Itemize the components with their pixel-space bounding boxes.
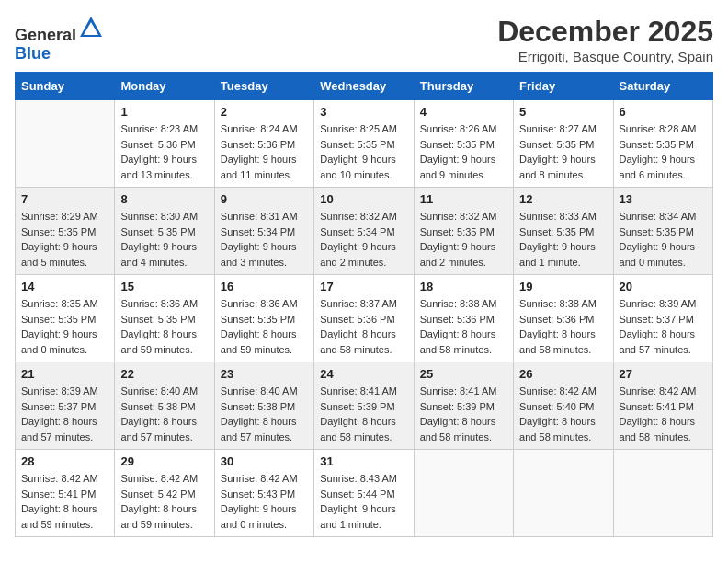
day-info: Sunrise: 8:42 AMSunset: 5:43 PMDaylight:…: [221, 471, 308, 532]
calendar-week-row: 7Sunrise: 8:29 AMSunset: 5:35 PMDaylight…: [16, 188, 713, 275]
day-number: 15: [120, 280, 208, 293]
calendar-cell: 17Sunrise: 8:37 AMSunset: 5:36 PMDayligh…: [314, 275, 414, 362]
logo-general-text: General: [15, 26, 76, 44]
day-info: Sunrise: 8:32 AMSunset: 5:35 PMDaylight:…: [420, 209, 507, 270]
header: General Blue December 2025 Errigoiti, Ba…: [15, 15, 713, 64]
calendar-cell: 21Sunrise: 8:39 AMSunset: 5:37 PMDayligh…: [16, 362, 115, 450]
calendar-cell: 18Sunrise: 8:38 AMSunset: 5:36 PMDayligh…: [414, 275, 513, 362]
calendar-cell: 31Sunrise: 8:43 AMSunset: 5:44 PMDayligh…: [314, 450, 414, 537]
calendar-week-row: 21Sunrise: 8:39 AMSunset: 5:37 PMDayligh…: [16, 362, 713, 450]
day-info: Sunrise: 8:42 AMSunset: 5:42 PMDaylight:…: [120, 471, 208, 532]
calendar-cell: 11Sunrise: 8:32 AMSunset: 5:35 PMDayligh…: [414, 188, 513, 275]
weekday-header: Friday: [514, 73, 613, 100]
calendar-cell: 6Sunrise: 8:28 AMSunset: 5:35 PMDaylight…: [613, 100, 712, 188]
calendar-cell: 13Sunrise: 8:34 AMSunset: 5:35 PMDayligh…: [613, 188, 712, 275]
day-info: Sunrise: 8:40 AMSunset: 5:38 PMDaylight:…: [221, 384, 308, 444]
weekday-header: Monday: [115, 73, 214, 100]
calendar: SundayMondayTuesdayWednesdayThursdayFrid…: [15, 72, 713, 537]
calendar-cell: 23Sunrise: 8:40 AMSunset: 5:38 PMDayligh…: [214, 362, 313, 450]
calendar-cell: 29Sunrise: 8:42 AMSunset: 5:42 PMDayligh…: [115, 450, 214, 537]
calendar-cell: 12Sunrise: 8:33 AMSunset: 5:35 PMDayligh…: [514, 188, 613, 275]
calendar-body: 1Sunrise: 8:23 AMSunset: 5:36 PMDaylight…: [16, 100, 713, 537]
calendar-cell: 22Sunrise: 8:40 AMSunset: 5:38 PMDayligh…: [115, 362, 214, 450]
calendar-cell: [16, 100, 115, 188]
logo-icon: [78, 15, 104, 40]
location-title: Errigoiti, Basque Country, Spain: [497, 49, 713, 64]
day-number: 30: [221, 454, 308, 468]
calendar-cell: 19Sunrise: 8:38 AMSunset: 5:36 PMDayligh…: [514, 275, 613, 362]
day-number: 16: [221, 280, 308, 293]
day-info: Sunrise: 8:39 AMSunset: 5:37 PMDaylight:…: [21, 384, 108, 444]
day-info: Sunrise: 8:39 AMSunset: 5:37 PMDaylight:…: [620, 296, 707, 357]
day-number: 6: [620, 105, 707, 119]
weekday-header: Saturday: [613, 73, 712, 100]
day-number: 14: [21, 280, 108, 293]
day-info: Sunrise: 8:33 AMSunset: 5:35 PMDaylight:…: [519, 209, 607, 270]
day-number: 18: [420, 280, 507, 293]
day-number: 9: [221, 192, 308, 206]
day-info: Sunrise: 8:24 AMSunset: 5:36 PMDaylight:…: [221, 121, 308, 182]
day-info: Sunrise: 8:42 AMSunset: 5:41 PMDaylight:…: [620, 384, 707, 444]
calendar-cell: 25Sunrise: 8:41 AMSunset: 5:39 PMDayligh…: [414, 362, 513, 450]
day-number: 21: [21, 367, 108, 381]
day-info: Sunrise: 8:37 AMSunset: 5:36 PMDaylight:…: [320, 296, 407, 357]
weekday-header: Sunday: [16, 73, 115, 100]
day-info: Sunrise: 8:32 AMSunset: 5:34 PMDaylight:…: [320, 209, 407, 270]
calendar-cell: 7Sunrise: 8:29 AMSunset: 5:35 PMDaylight…: [16, 188, 115, 275]
calendar-week-row: 1Sunrise: 8:23 AMSunset: 5:36 PMDaylight…: [16, 100, 713, 188]
day-info: Sunrise: 8:36 AMSunset: 5:35 PMDaylight:…: [120, 296, 208, 357]
calendar-cell: 28Sunrise: 8:42 AMSunset: 5:41 PMDayligh…: [16, 450, 115, 537]
day-number: 28: [21, 454, 108, 468]
calendar-cell: 9Sunrise: 8:31 AMSunset: 5:34 PMDaylight…: [214, 188, 313, 275]
logo: General Blue: [15, 15, 104, 63]
day-info: Sunrise: 8:36 AMSunset: 5:35 PMDaylight:…: [221, 296, 308, 357]
calendar-cell: 10Sunrise: 8:32 AMSunset: 5:34 PMDayligh…: [314, 188, 414, 275]
day-number: 8: [120, 192, 208, 206]
day-number: 29: [120, 454, 208, 468]
calendar-cell: 27Sunrise: 8:42 AMSunset: 5:41 PMDayligh…: [613, 362, 712, 450]
calendar-cell: 26Sunrise: 8:42 AMSunset: 5:40 PMDayligh…: [514, 362, 613, 450]
calendar-cell: [514, 450, 613, 537]
calendar-cell: 4Sunrise: 8:26 AMSunset: 5:35 PMDaylight…: [414, 100, 513, 188]
day-number: 24: [320, 367, 407, 381]
day-info: Sunrise: 8:41 AMSunset: 5:39 PMDaylight:…: [320, 384, 407, 444]
day-number: 20: [620, 280, 707, 293]
day-number: 22: [120, 367, 208, 381]
day-number: 27: [620, 367, 707, 381]
calendar-cell: 30Sunrise: 8:42 AMSunset: 5:43 PMDayligh…: [214, 450, 313, 537]
day-info: Sunrise: 8:25 AMSunset: 5:35 PMDaylight:…: [320, 121, 407, 182]
weekday-header: Wednesday: [314, 73, 414, 100]
day-info: Sunrise: 8:28 AMSunset: 5:35 PMDaylight:…: [620, 121, 707, 182]
day-number: 23: [221, 367, 308, 381]
logo-blue-text: Blue: [15, 44, 51, 63]
day-info: Sunrise: 8:43 AMSunset: 5:44 PMDaylight:…: [320, 471, 407, 532]
day-number: 7: [21, 192, 108, 206]
day-info: Sunrise: 8:30 AMSunset: 5:35 PMDaylight:…: [120, 209, 208, 270]
day-info: Sunrise: 8:40 AMSunset: 5:38 PMDaylight:…: [120, 384, 208, 444]
day-info: Sunrise: 8:26 AMSunset: 5:35 PMDaylight:…: [420, 121, 507, 182]
day-number: 3: [320, 105, 407, 119]
day-info: Sunrise: 8:34 AMSunset: 5:35 PMDaylight:…: [620, 209, 707, 270]
weekday-header: Thursday: [414, 73, 513, 100]
calendar-week-row: 14Sunrise: 8:35 AMSunset: 5:35 PMDayligh…: [16, 275, 713, 362]
calendar-cell: 2Sunrise: 8:24 AMSunset: 5:36 PMDaylight…: [214, 100, 313, 188]
day-number: 19: [519, 280, 607, 293]
day-number: 31: [320, 454, 407, 468]
calendar-week-row: 28Sunrise: 8:42 AMSunset: 5:41 PMDayligh…: [16, 450, 713, 537]
weekday-header: Tuesday: [214, 73, 313, 100]
day-number: 11: [420, 192, 507, 206]
day-number: 17: [320, 280, 407, 293]
calendar-cell: 14Sunrise: 8:35 AMSunset: 5:35 PMDayligh…: [16, 275, 115, 362]
day-info: Sunrise: 8:23 AMSunset: 5:36 PMDaylight:…: [120, 121, 208, 182]
calendar-cell: 16Sunrise: 8:36 AMSunset: 5:35 PMDayligh…: [214, 275, 313, 362]
day-info: Sunrise: 8:41 AMSunset: 5:39 PMDaylight:…: [420, 384, 507, 444]
calendar-cell: [613, 450, 712, 537]
day-number: 2: [221, 105, 308, 119]
day-number: 5: [519, 105, 607, 119]
calendar-cell: 5Sunrise: 8:27 AMSunset: 5:35 PMDaylight…: [514, 100, 613, 188]
day-info: Sunrise: 8:42 AMSunset: 5:40 PMDaylight:…: [519, 384, 607, 444]
day-info: Sunrise: 8:29 AMSunset: 5:35 PMDaylight:…: [21, 209, 108, 270]
month-title: December 2025: [497, 15, 713, 49]
calendar-cell: 20Sunrise: 8:39 AMSunset: 5:37 PMDayligh…: [613, 275, 712, 362]
calendar-header-row: SundayMondayTuesdayWednesdayThursdayFrid…: [16, 73, 713, 100]
